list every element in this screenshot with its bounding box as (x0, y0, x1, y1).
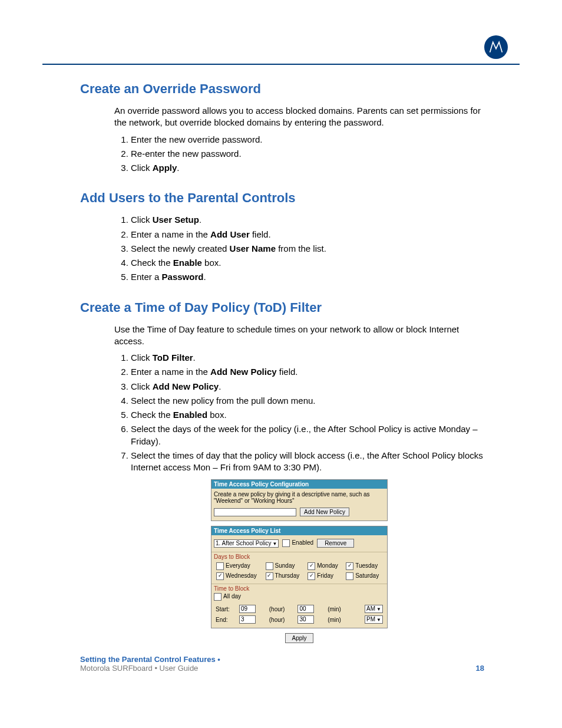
policy-select[interactable]: 1. After School Policy▼ (214, 539, 279, 548)
footer-section-title: Setting the Parental Control Features • (80, 655, 220, 664)
list-override-steps: Enter the new override password. Re-ente… (114, 134, 484, 174)
monday-checkbox[interactable]: ✓ (308, 562, 315, 570)
end-min-input[interactable]: 30 (297, 615, 314, 624)
end-ampm-select[interactable]: PM▼ (365, 615, 383, 624)
list-item: Select the times of day that the policy … (131, 450, 484, 474)
time-to-block-label: Time to Block (214, 585, 385, 592)
thursday-checkbox[interactable]: ✓ (266, 572, 273, 580)
heading-override-password: Create an Override Password (42, 81, 520, 97)
add-policy-input[interactable] (214, 508, 296, 516)
list-item: Click Apply. (131, 162, 484, 174)
chevron-down-icon: ▼ (273, 541, 277, 546)
chevron-down-icon: ▼ (376, 607, 381, 612)
hour-label: (hour) (269, 615, 296, 624)
everyday-checkbox[interactable] (216, 562, 224, 570)
panel-header-list: Time Access Policy List (211, 526, 387, 535)
hour-label: (hour) (269, 604, 296, 614)
list-item: Re-enter the new password. (131, 148, 484, 160)
enabled-checkbox[interactable] (282, 539, 290, 547)
heading-add-users: Add Users to the Parental Controls (42, 190, 520, 206)
min-label: (min) (327, 615, 351, 624)
min-label: (min) (327, 604, 351, 614)
panel-header-config: Time Access Policy Configuration (211, 480, 387, 489)
list-add-users-steps: Click User Setup. Enter a name in the Ad… (114, 214, 484, 283)
apply-button[interactable]: Apply (285, 633, 313, 643)
tuesday-checkbox[interactable]: ✓ (346, 562, 353, 570)
para-override-intro: An override password allows you to acces… (114, 105, 484, 129)
list-item: Click User Setup. (131, 214, 484, 226)
page-number: 18 (476, 664, 484, 673)
heading-tod-filter: Create a Time of Day Policy (ToD) Filter (42, 300, 520, 315)
friday-checkbox[interactable]: ✓ (308, 572, 315, 580)
list-item: Enter a Password. (131, 271, 484, 283)
list-item: Enter a name in the Add User field. (131, 229, 484, 241)
motorola-logo-icon (484, 35, 508, 59)
sunday-checkbox[interactable] (266, 562, 273, 570)
start-hour-input[interactable]: 09 (239, 605, 256, 613)
list-item: Check the Enable box. (131, 257, 484, 269)
enabled-label: Enabled (292, 539, 313, 546)
remove-button[interactable]: Remove (317, 539, 354, 548)
start-ampm-select[interactable]: AM▼ (365, 605, 383, 613)
list-item: Select the days of the week for the poli… (131, 423, 484, 447)
footer-doc-title: Motorola SURFboard • User Guide (80, 664, 220, 673)
end-hour-input[interactable]: 3 (239, 615, 256, 624)
config-desc: Create a new policy by giving it a descr… (214, 491, 385, 504)
add-new-policy-button[interactable]: Add New Policy (300, 508, 349, 516)
list-item: Select the new policy from the pull down… (131, 395, 484, 407)
all-day-checkbox[interactable] (214, 593, 222, 601)
list-item: Click Add New Policy. (131, 381, 484, 393)
tod-config-screenshot: Time Access Policy Configuration Create … (211, 479, 388, 643)
list-item: Click ToD Filter. (131, 352, 484, 364)
list-item: Enter a name in the Add New Policy field… (131, 366, 484, 378)
header-rule (42, 64, 520, 65)
list-item: Check the Enabled box. (131, 409, 484, 421)
chevron-down-icon: ▼ (376, 617, 381, 622)
days-to-block-label: Days to Block (214, 554, 385, 560)
list-item: Enter the new override password. (131, 134, 484, 146)
list-tod-steps: Click ToD Filter. Enter a name in the Ad… (114, 352, 484, 473)
start-min-input[interactable]: 00 (297, 605, 314, 613)
list-item: Select the newly created User Name from … (131, 243, 484, 255)
start-label: Start: (215, 604, 237, 614)
end-label: End: (215, 615, 237, 624)
para-tod-intro: Use the Time of Day feature to schedule … (114, 324, 484, 348)
wednesday-checkbox[interactable]: ✓ (216, 572, 224, 580)
saturday-checkbox[interactable] (346, 572, 353, 580)
